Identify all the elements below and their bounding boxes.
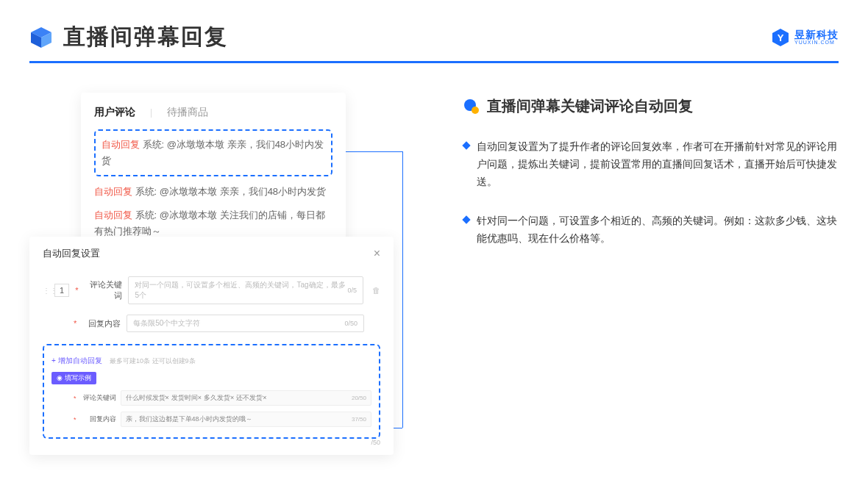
close-icon[interactable]: × xyxy=(374,247,380,260)
svg-text:Y: Y xyxy=(778,32,784,43)
add-hint: 最多可建10条 还可以创建9条 xyxy=(110,357,196,365)
screenshot-col: 用户评论 | 待播商品 自动回复 系统: @冰墩墩本墩 亲亲，我们48小时内发货… xyxy=(29,93,412,455)
logo-cn: 昱新科技 xyxy=(794,29,839,40)
keyword-input[interactable]: 对同一个问题，可设置多个相近、高频的关键词，Tag确定，最多5个 0/5 xyxy=(128,276,363,304)
svg-point-5 xyxy=(472,107,479,114)
settings-panel: 自动回复设置 × ⋮⋮ 1 * 评论关键词 对同一个问题，可设置多个相近、高频的… xyxy=(29,237,394,455)
keyword-label: 评论关键词 xyxy=(84,279,122,301)
auto-reply-badge: 自动回复 xyxy=(94,209,132,220)
add-auto-reply-link[interactable]: + 增加自动回复 xyxy=(51,356,102,365)
auto-reply-badge: 自动回复 xyxy=(102,139,140,150)
delete-icon[interactable]: 🗑 xyxy=(372,286,380,295)
diamond-icon xyxy=(462,141,470,149)
tabs: 用户评论 | 待播商品 xyxy=(94,106,332,119)
content-label: 回复内容 xyxy=(82,318,121,329)
highlighted-reply: 自动回复 系统: @冰墩墩本墩 亲亲，我们48小时内发货 xyxy=(94,129,332,176)
brand-logo: Y 昱新科技 YUUXIN.COM xyxy=(771,28,839,47)
example-box: + 增加自动回复 最多可建10条 还可以创建9条 ◉ 填写示例 * 评论关键词 … xyxy=(43,344,380,439)
comments-panel: 用户评论 | 待播商品 自动回复 系统: @冰墩墩本墩 亲亲，我们48小时内发货… xyxy=(81,93,346,260)
cube-icon xyxy=(29,26,53,49)
chat-bubble-icon xyxy=(463,98,480,115)
description-col: 直播间弹幕关键词评论自动回复 自动回复设置为了提升作者的评论回复效率，作者可在开… xyxy=(412,93,839,455)
rule-index: 1 xyxy=(54,284,69,297)
connector-line xyxy=(402,151,403,428)
page-title: 直播间弹幕回复 xyxy=(63,22,228,52)
section-title: 直播间弹幕关键词评论自动回复 xyxy=(487,96,693,116)
bullet-2: 针对同一个问题，可设置多个相近的、高频的关键词。例如：这款多少钱、这块能优惠吗、… xyxy=(463,212,839,248)
header: 直播间弹幕回复 Y 昱新科技 YUUXIN.COM xyxy=(0,0,868,61)
example-content-input: 亲，我们这边都是下单48小时内发货的哦～ 37/50 xyxy=(121,412,371,427)
example-keyword-input: 什么时候发货× 发货时间× 多久发货× 还不发货× 20/50 xyxy=(121,390,371,406)
drag-handle-icon[interactable]: ⋮⋮ xyxy=(43,287,49,295)
connector-line xyxy=(346,151,402,152)
tab-pending-products[interactable]: 待播商品 xyxy=(167,106,208,119)
content-input[interactable]: 每条限50个中文字符 0/50 xyxy=(127,315,364,332)
example-tag: ◉ 填写示例 xyxy=(51,372,96,384)
bullet-1: 自动回复设置为了提升作者的评论回复效率，作者可在开播前针对常见的评论用户问题，提… xyxy=(463,138,839,190)
settings-title: 自动回复设置 xyxy=(43,247,100,260)
auto-reply-badge: 自动回复 xyxy=(94,186,132,197)
tab-user-comments[interactable]: 用户评论 xyxy=(94,106,135,119)
diamond-icon xyxy=(462,216,470,224)
stray-count: /50 xyxy=(371,439,380,446)
logo-en: YUUXIN.COM xyxy=(794,40,839,45)
